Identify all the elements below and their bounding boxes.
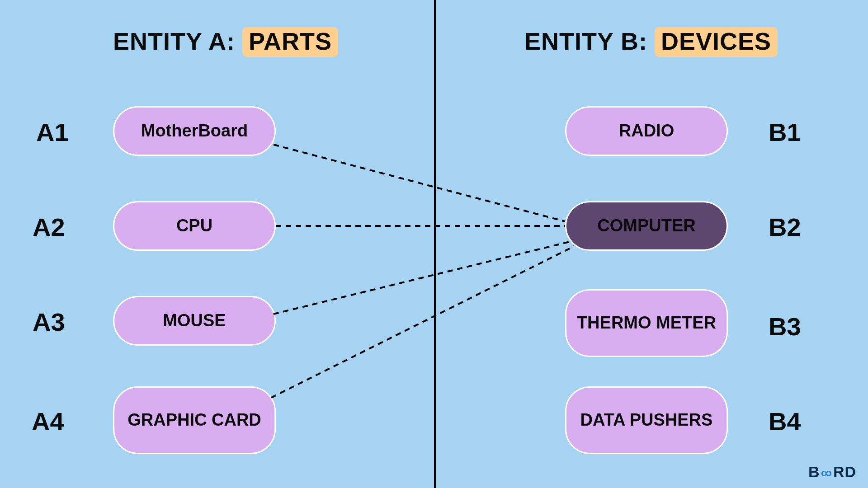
entity-a-title: ENTITY A: PARTS bbox=[113, 27, 338, 57]
entity-b-title-highlight: DEVICES bbox=[655, 27, 778, 57]
brand-logo: B∞RD bbox=[808, 463, 856, 481]
brand-post: RD bbox=[833, 463, 856, 481]
svg-line-0 bbox=[274, 145, 565, 221]
entity-a-title-highlight: PARTS bbox=[242, 27, 338, 57]
pill-a4-label: GRAPHIC CARD bbox=[127, 411, 261, 430]
entity-b-title-prefix: ENTITY B: bbox=[524, 28, 655, 55]
pill-b2: COMPUTER bbox=[565, 201, 728, 251]
pill-b3: THERMO METER bbox=[565, 289, 728, 357]
pill-a3-label: MOUSE bbox=[163, 311, 226, 330]
vertical-divider bbox=[434, 0, 436, 488]
label-b3: B3 bbox=[769, 312, 801, 341]
pill-a3: MOUSE bbox=[113, 296, 276, 346]
label-a3: A3 bbox=[33, 307, 65, 337]
entity-a-title-prefix: ENTITY A: bbox=[113, 28, 242, 55]
pill-a1: MotherBoard bbox=[113, 106, 276, 156]
label-a4: A4 bbox=[32, 407, 64, 436]
pill-a2-label: CPU bbox=[176, 216, 212, 235]
pill-a2: CPU bbox=[113, 201, 276, 251]
diagram-stage: ENTITY A: PARTS ENTITY B: DEVICES Mother… bbox=[0, 0, 868, 488]
entity-b-title: ENTITY B: DEVICES bbox=[524, 27, 778, 57]
pill-b4-label: DATA PUSHERS bbox=[580, 411, 713, 430]
infinity-icon: ∞ bbox=[821, 464, 832, 482]
label-a1: A1 bbox=[36, 117, 69, 147]
pill-a4: GRAPHIC CARD bbox=[113, 386, 276, 454]
label-b1: B1 bbox=[769, 117, 801, 147]
pill-b1: RADIO bbox=[565, 106, 728, 156]
pill-b4: DATA PUSHERS bbox=[565, 386, 728, 454]
pill-a1-label: MotherBoard bbox=[141, 122, 248, 141]
label-b2: B2 bbox=[769, 212, 801, 242]
label-b4: B4 bbox=[769, 407, 801, 436]
svg-line-2 bbox=[274, 242, 570, 314]
svg-line-3 bbox=[271, 246, 574, 398]
pill-b3-label: THERMO METER bbox=[577, 314, 716, 333]
brand-pre: B bbox=[808, 463, 820, 481]
label-a2: A2 bbox=[33, 212, 65, 242]
pill-b1-label: RADIO bbox=[619, 122, 674, 141]
pill-b2-label: COMPUTER bbox=[597, 216, 695, 235]
